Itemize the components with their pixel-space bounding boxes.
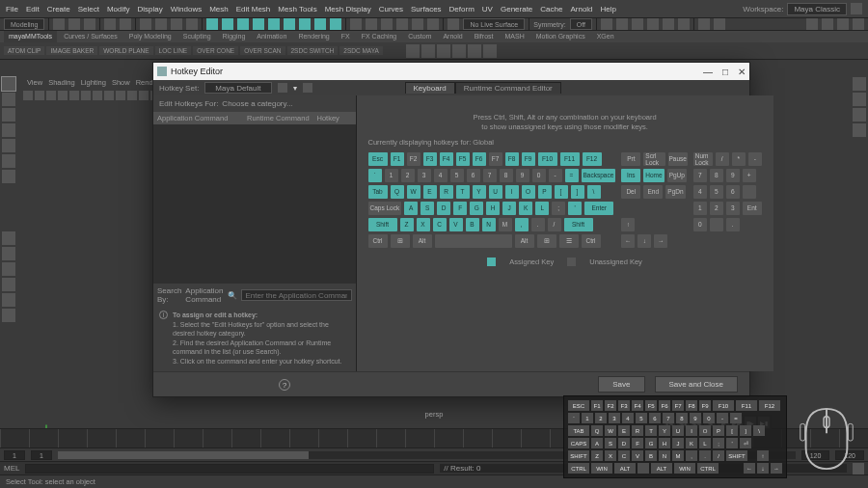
key-⊞[interactable]: ⊞ xyxy=(537,234,556,248)
key-I[interactable]: I xyxy=(505,185,519,199)
key-][interactable]: ] xyxy=(571,185,584,199)
range-start-anim[interactable]: 1 xyxy=(4,450,25,460)
mask-icon[interactable] xyxy=(222,18,233,30)
toggle-icon[interactable] xyxy=(822,18,833,30)
key-Pause[interactable]: Pause xyxy=(668,152,688,166)
key-Y[interactable]: Y xyxy=(473,185,486,199)
close-icon[interactable]: ✕ xyxy=(738,67,746,77)
last-tool-icon[interactable] xyxy=(2,170,15,183)
key-F10[interactable]: F10 xyxy=(538,152,557,166)
menu-item[interactable]: File xyxy=(6,5,18,14)
toggle-icon[interactable] xyxy=(837,18,849,30)
shelf-button[interactable]: LOC LINE xyxy=(155,46,192,55)
key-;[interactable]: ; xyxy=(552,202,565,215)
magnet-icon[interactable] xyxy=(448,18,459,30)
menu-item[interactable]: Deform xyxy=(449,5,475,14)
layout-icon[interactable] xyxy=(2,293,15,307)
mask-icon[interactable] xyxy=(314,18,326,30)
key-T[interactable]: T xyxy=(456,185,470,199)
mask-icon[interactable] xyxy=(253,18,264,30)
key-A[interactable]: A xyxy=(404,202,418,215)
key-F1[interactable]: F1 xyxy=(391,152,404,166)
range-start[interactable]: 1 xyxy=(31,450,52,460)
mask-icon[interactable] xyxy=(299,18,311,30)
vp-tool-icon[interactable] xyxy=(35,91,44,100)
key-Ins[interactable]: Ins xyxy=(621,169,640,182)
mel-input[interactable] xyxy=(25,464,434,474)
col-hotkey[interactable]: Hotkey xyxy=(317,114,352,122)
render-icon[interactable] xyxy=(678,18,690,30)
key-blank[interactable] xyxy=(710,218,723,231)
key-☰[interactable]: ☰ xyxy=(559,234,579,248)
shelf-button[interactable]: ATOM CLIP xyxy=(4,46,44,55)
col-runtime-cmd[interactable]: Runtime Command xyxy=(247,114,312,122)
shelf-tab[interactable]: FX Caching xyxy=(357,31,402,42)
key-.[interactable]: . xyxy=(531,218,545,231)
key-5[interactable]: 5 xyxy=(450,169,464,182)
toggle-icon[interactable] xyxy=(806,18,818,30)
key-Alt[interactable]: Alt xyxy=(515,234,534,248)
vp-tool-icon[interactable] xyxy=(104,91,114,100)
menu-item[interactable]: Display xyxy=(138,5,163,14)
key-G[interactable]: G xyxy=(470,202,483,215)
key-Alt[interactable]: Alt xyxy=(413,234,432,248)
key-Del[interactable]: Del xyxy=(621,185,640,199)
live-surface-dropdown[interactable]: No Live Surface xyxy=(463,18,525,30)
key-F11[interactable]: F11 xyxy=(560,152,580,166)
key-Home[interactable]: Home xyxy=(643,169,664,182)
key-7[interactable]: 7 xyxy=(483,169,497,182)
key-F6[interactable]: F6 xyxy=(473,152,486,166)
menu-item[interactable]: Edit Mesh xyxy=(236,5,271,14)
save-close-button[interactable]: Save and Close xyxy=(655,376,738,393)
key-←[interactable]: ← xyxy=(621,234,635,248)
key-↑[interactable]: ↑ xyxy=(621,218,635,231)
menu-item[interactable]: Mesh Display xyxy=(325,5,371,14)
menu-item[interactable]: Edit xyxy=(26,5,40,14)
vp-tool-icon[interactable] xyxy=(69,91,79,100)
workspace-gear-icon[interactable] xyxy=(851,3,862,14)
key-D[interactable]: D xyxy=(437,202,450,215)
key-Q[interactable]: Q xyxy=(391,185,404,199)
menu-item[interactable]: Arnold xyxy=(570,5,592,14)
menu-item[interactable]: Surfaces xyxy=(411,5,442,14)
redo-icon[interactable] xyxy=(120,18,131,30)
shelf-button[interactable]: OVER CONE xyxy=(193,46,238,55)
channel-box-icon[interactable] xyxy=(853,77,866,91)
key-Prt[interactable]: Prt xyxy=(621,152,640,166)
render-icon[interactable] xyxy=(601,18,612,30)
save-icon[interactable] xyxy=(84,18,95,30)
rotate-tool-icon[interactable] xyxy=(2,139,15,152)
key-8[interactable]: 8 xyxy=(710,169,723,182)
key-+[interactable]: + xyxy=(743,169,756,182)
vp-tool-icon[interactable] xyxy=(46,91,56,100)
menu-item[interactable]: UV xyxy=(482,5,493,14)
key-F7[interactable]: F7 xyxy=(489,152,502,166)
key-U[interactable]: U xyxy=(489,185,502,199)
category-dropdown[interactable]: Choose a category... xyxy=(222,99,349,108)
key-8[interactable]: 8 xyxy=(500,169,513,182)
key-Esc[interactable]: Esc xyxy=(368,152,388,166)
shelf-tab[interactable]: Curves / Surfaces xyxy=(59,31,122,42)
key-/[interactable]: / xyxy=(716,152,729,166)
vp-menu[interactable]: Shading xyxy=(48,78,75,87)
shelf-button[interactable]: 2SDC SWITCH xyxy=(287,46,339,55)
key-B[interactable]: B xyxy=(466,218,479,231)
select-tool-icon[interactable] xyxy=(2,77,15,91)
lasso-tool-icon[interactable] xyxy=(2,93,15,106)
shelf-tab[interactable]: Animation xyxy=(252,31,291,42)
key-W[interactable]: W xyxy=(407,185,420,199)
move-tool-icon[interactable] xyxy=(2,123,15,137)
vp-tool-icon[interactable] xyxy=(139,91,149,100)
key-9[interactable]: 9 xyxy=(516,169,529,182)
mask-icon[interactable] xyxy=(330,18,341,30)
shelf-button[interactable]: IMAGE BAKER xyxy=(46,46,97,55)
key-Caps Lock[interactable]: Caps Lock xyxy=(368,202,402,215)
key-3[interactable]: 3 xyxy=(726,202,740,215)
key-F[interactable]: F xyxy=(453,202,467,215)
shelf-tab[interactable]: Bifrost xyxy=(470,31,499,42)
shelf-tab[interactable]: Poly Modeling xyxy=(124,31,176,42)
key-Ctrl[interactable]: Ctrl xyxy=(368,234,388,248)
shelf-tab[interactable]: Motion Graphics xyxy=(531,31,590,42)
key-P[interactable]: P xyxy=(538,185,552,199)
search-mode-dropdown[interactable]: Application Command xyxy=(185,286,223,304)
